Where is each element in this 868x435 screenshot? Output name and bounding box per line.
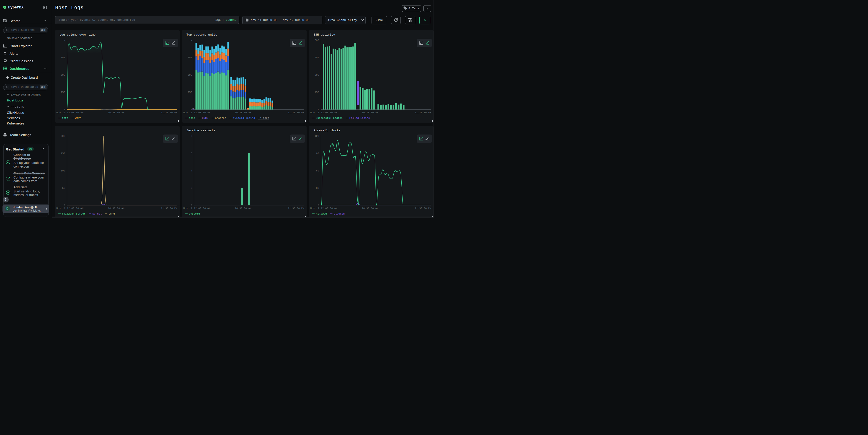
svg-text:warn: warn — [75, 117, 82, 120]
svg-text:+4 more: +4 more — [258, 117, 269, 120]
svg-text:10:30:00 AM: 10:30:00 AM — [235, 207, 251, 210]
svg-text:Nov 11 12:00:00 AM: Nov 11 12:00:00 AM — [310, 207, 337, 210]
svg-text:Blocked: Blocked — [334, 212, 345, 215]
svg-text:Allowed: Allowed — [316, 212, 327, 215]
svg-text:11:30:00 PM: 11:30:00 PM — [414, 111, 431, 114]
svg-text:sshd: sshd — [189, 117, 195, 120]
svg-text:10:30:00 AM: 10:30:00 AM — [362, 207, 378, 210]
svg-text:Failed Logins: Failed Logins — [349, 117, 370, 120]
svg-text:10:30:00 AM: 10:30:00 AM — [362, 111, 378, 114]
svg-text:kernel: kernel — [92, 212, 102, 215]
svg-text:11:30:00 PM: 11:30:00 PM — [161, 207, 177, 210]
svg-text:0: 0 — [64, 108, 65, 111]
svg-text:0: 0 — [317, 204, 319, 207]
svg-text:750: 750 — [61, 56, 65, 59]
svg-text:0: 0 — [317, 108, 319, 111]
svg-text:8: 8 — [191, 135, 192, 137]
svg-text:150: 150 — [61, 152, 65, 155]
svg-text:1K: 1K — [62, 39, 65, 42]
svg-text:150: 150 — [315, 91, 319, 94]
svg-text:2: 2 — [191, 187, 192, 189]
svg-text:500: 500 — [61, 74, 65, 76]
svg-text:Log volume over time: Log volume over time — [60, 33, 95, 36]
svg-text:200: 200 — [61, 135, 65, 137]
svg-text:60: 60 — [316, 169, 319, 172]
svg-text:1K: 1K — [189, 39, 192, 42]
svg-text:info: info — [62, 117, 68, 120]
svg-text:30: 30 — [316, 187, 319, 189]
svg-text:Service restarts: Service restarts — [186, 129, 215, 132]
svg-text:11:30:00 PM: 11:30:00 PM — [288, 111, 304, 114]
svg-text:CRON: CRON — [202, 117, 208, 120]
svg-text:600: 600 — [315, 39, 319, 42]
svg-text:750: 750 — [188, 56, 192, 59]
svg-text:0: 0 — [191, 204, 192, 207]
svg-text:90: 90 — [316, 152, 319, 155]
svg-text:Successful Logins: Successful Logins — [316, 117, 343, 120]
svg-text:Firewall blocks: Firewall blocks — [313, 129, 341, 132]
svg-text:Top systemd units: Top systemd units — [186, 33, 217, 36]
svg-text:Nov 11 12:00:00 AM: Nov 11 12:00:00 AM — [310, 111, 337, 114]
svg-text:450: 450 — [315, 56, 319, 59]
svg-text:Nov 11 12:00:00 AM: Nov 11 12:00:00 AM — [183, 111, 210, 114]
svg-text:Nov 11 12:00:00 AM: Nov 11 12:00:00 AM — [183, 207, 210, 210]
svg-text:11:30:00 PM: 11:30:00 PM — [414, 207, 431, 210]
svg-text:300: 300 — [315, 74, 319, 76]
svg-text:120: 120 — [315, 135, 319, 137]
svg-text:50: 50 — [62, 187, 65, 189]
svg-text:sshd: sshd — [108, 212, 115, 215]
svg-text:100: 100 — [61, 169, 65, 172]
svg-text:0: 0 — [64, 204, 65, 207]
svg-text:10:30:00 AM: 10:30:00 AM — [235, 111, 251, 114]
svg-text:10:30:00 AM: 10:30:00 AM — [108, 207, 124, 210]
svg-text:fail2ban-server: fail2ban-server — [62, 212, 86, 215]
svg-text:systemd-logind: systemd-logind — [233, 117, 255, 120]
svg-text:6: 6 — [191, 152, 192, 155]
svg-text:11:30:00 PM: 11:30:00 PM — [161, 111, 177, 114]
svg-text:systemd: systemd — [189, 212, 200, 215]
svg-text:0: 0 — [191, 108, 192, 111]
svg-text:anacron: anacron — [215, 117, 226, 120]
svg-text:Nov 11 12:00:00 AM: Nov 11 12:00:00 AM — [56, 207, 84, 210]
svg-text:500: 500 — [188, 74, 192, 76]
svg-text:Nov 11 12:00:00 AM: Nov 11 12:00:00 AM — [56, 111, 84, 114]
svg-text:10:30:00 AM: 10:30:00 AM — [108, 111, 124, 114]
svg-text:4: 4 — [191, 169, 192, 172]
svg-text:250: 250 — [61, 91, 65, 94]
svg-text:SSH activity: SSH activity — [313, 33, 335, 36]
svg-text:250: 250 — [188, 91, 192, 94]
svg-text:11:30:00 PM: 11:30:00 PM — [288, 207, 304, 210]
